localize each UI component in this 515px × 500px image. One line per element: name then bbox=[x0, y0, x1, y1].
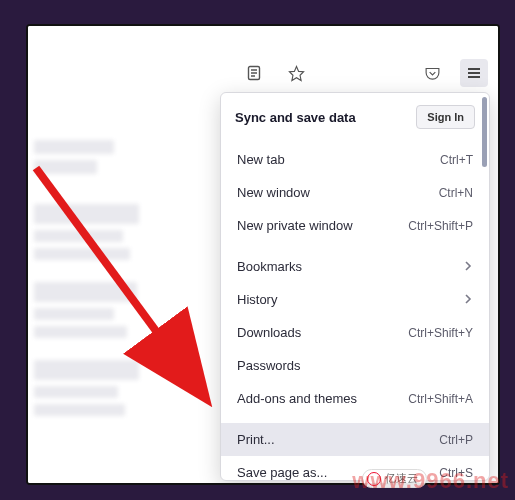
menu-item-label: Bookmarks bbox=[237, 259, 302, 274]
hamburger-menu-icon[interactable] bbox=[460, 59, 488, 87]
menu-item-shortcut: Ctrl+T bbox=[440, 153, 473, 167]
menu-item-shortcut: Ctrl+Shift+Y bbox=[408, 326, 473, 340]
menu-header-title: Sync and save data bbox=[235, 110, 356, 125]
menu-item-passwords[interactable]: Passwords bbox=[221, 349, 489, 382]
menu-item-addons[interactable]: Add-ons and themes Ctrl+Shift+A bbox=[221, 382, 489, 415]
application-menu: Sync and save data Sign In New tab Ctrl+… bbox=[220, 92, 490, 481]
menu-item-label: New tab bbox=[237, 152, 285, 167]
pocket-icon[interactable] bbox=[418, 59, 446, 87]
menu-item-label: Save page as... bbox=[237, 465, 327, 480]
menu-item-bookmarks[interactable]: Bookmarks bbox=[221, 250, 489, 283]
chevron-right-icon bbox=[463, 292, 473, 307]
menu-item-label: New private window bbox=[237, 218, 353, 233]
menu-item-shortcut: Ctrl+Shift+P bbox=[408, 219, 473, 233]
menu-item-label: Print... bbox=[237, 432, 275, 447]
svg-marker-4 bbox=[289, 66, 303, 80]
watermark-text: www.9966.net bbox=[352, 468, 509, 494]
menu-item-print[interactable]: Print... Ctrl+P bbox=[221, 423, 489, 456]
chevron-right-icon bbox=[463, 259, 473, 274]
menu-item-history[interactable]: History bbox=[221, 283, 489, 316]
menu-item-label: New window bbox=[237, 185, 310, 200]
browser-window: Sync and save data Sign In New tab Ctrl+… bbox=[26, 24, 500, 485]
menu-item-downloads[interactable]: Downloads Ctrl+Shift+Y bbox=[221, 316, 489, 349]
star-icon[interactable] bbox=[282, 59, 310, 87]
menu-item-label: Passwords bbox=[237, 358, 301, 373]
menu-item-shortcut: Ctrl+N bbox=[439, 186, 473, 200]
menu-item-new-window[interactable]: New window Ctrl+N bbox=[221, 176, 489, 209]
sign-in-button[interactable]: Sign In bbox=[416, 105, 475, 129]
blurred-page-content bbox=[28, 126, 148, 483]
menu-item-label: History bbox=[237, 292, 277, 307]
menu-item-label: Downloads bbox=[237, 325, 301, 340]
browser-toolbar bbox=[28, 56, 498, 90]
menu-item-shortcut: Ctrl+P bbox=[439, 433, 473, 447]
reader-icon[interactable] bbox=[240, 59, 268, 87]
menu-item-label: Add-ons and themes bbox=[237, 391, 357, 406]
menu-scrollbar[interactable] bbox=[482, 97, 487, 167]
menu-item-new-tab[interactable]: New tab Ctrl+T bbox=[221, 143, 489, 176]
menu-item-new-private-window[interactable]: New private window Ctrl+Shift+P bbox=[221, 209, 489, 242]
menu-header: Sync and save data Sign In bbox=[221, 93, 489, 139]
menu-item-shortcut: Ctrl+Shift+A bbox=[408, 392, 473, 406]
